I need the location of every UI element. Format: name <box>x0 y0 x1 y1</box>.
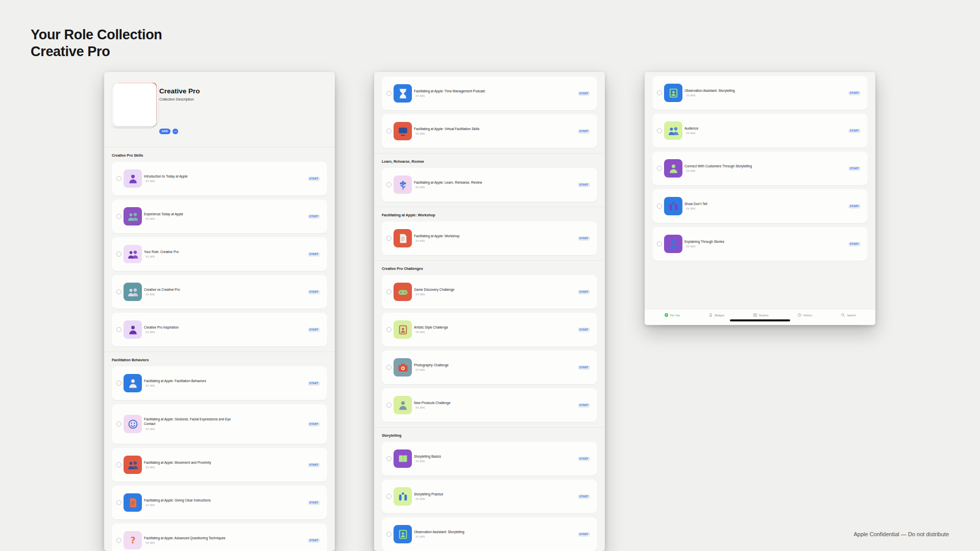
start-button[interactable]: START <box>848 242 861 246</box>
lesson-row[interactable]: Facilitating at Apple: Time Management P… <box>382 77 597 110</box>
radio-select[interactable] <box>386 236 391 241</box>
start-button[interactable]: START <box>578 328 590 332</box>
lesson-thumbnail-people-icon <box>124 283 142 301</box>
lesson-row[interactable]: Experience Today at AppleXX MINSTART <box>112 199 327 233</box>
radio-select[interactable] <box>116 214 121 219</box>
radio-select[interactable] <box>116 327 121 332</box>
radio-select[interactable] <box>386 129 391 134</box>
start-button[interactable]: START <box>848 204 861 209</box>
start-button[interactable]: START <box>578 457 590 461</box>
start-button[interactable]: START <box>848 166 861 171</box>
start-button[interactable]: START <box>578 183 590 187</box>
lesson-row[interactable]: Show Don’t TellXX MINSTART <box>652 189 868 223</box>
radio-select[interactable] <box>386 327 391 332</box>
tab-search[interactable]: Search <box>841 313 855 317</box>
lesson-title: Facilitating at Apple: Learn, Rehearse, … <box>414 181 482 185</box>
lesson-row[interactable]: Facilitating at Apple: WorkshopXX MINSTA… <box>382 221 597 255</box>
radio-select[interactable] <box>386 403 391 408</box>
radio-select[interactable] <box>657 166 662 171</box>
lesson-row[interactable]: Facilitating at Apple: Gestures, Facial … <box>112 404 327 444</box>
lesson-row[interactable]: Connect With Customers Through Storytell… <box>652 152 868 185</box>
tab-history[interactable]: History <box>797 313 812 317</box>
start-button[interactable]: START <box>578 365 590 370</box>
search-icon <box>841 313 845 317</box>
lesson-duration: XX MIN <box>415 186 482 189</box>
lesson-row[interactable]: Facilitating at Apple: Facilitation Beha… <box>112 366 327 400</box>
tab-for-you[interactable]: For You <box>664 313 680 317</box>
start-button[interactable]: START <box>308 500 320 505</box>
radio-select[interactable] <box>386 91 391 96</box>
lesson-row[interactable]: Observation Assistant: StorytellingXX MI… <box>652 76 868 110</box>
radio-select[interactable] <box>386 289 391 294</box>
radio-select[interactable] <box>116 500 121 505</box>
radio-select[interactable] <box>386 182 391 187</box>
lesson-row[interactable]: Introduction to Today at AppleXX MINSTAR… <box>112 162 327 195</box>
lesson-row[interactable]: Explaining Through StoriesXX MINSTART <box>652 227 868 261</box>
lesson-duration: XX MIN <box>145 293 180 296</box>
start-button[interactable]: START <box>578 91 590 96</box>
ellipsis-icon <box>174 130 177 133</box>
home-indicator[interactable] <box>730 319 790 321</box>
lesson-thumbnail-people-icon <box>664 121 682 140</box>
radio-select[interactable] <box>116 252 121 257</box>
tab-badges[interactable]: Badges <box>708 313 724 317</box>
lesson-row[interactable]: Your Role: Creative ProXX MINSTART <box>112 237 327 271</box>
start-button[interactable]: START <box>308 422 320 427</box>
lesson-row[interactable]: ?Facilitating at Apple: Advanced Questio… <box>112 523 327 551</box>
radio-select[interactable] <box>116 289 121 294</box>
radio-select[interactable] <box>116 462 121 467</box>
start-button[interactable]: START <box>308 214 320 219</box>
lesson-row[interactable]: New Products ChallengeXX MINSTART <box>382 388 597 422</box>
tab-explore[interactable]: Explore <box>753 313 769 317</box>
radio-select[interactable] <box>657 90 662 95</box>
start-button[interactable]: START <box>578 532 590 537</box>
start-button[interactable]: START <box>308 328 320 332</box>
start-button[interactable]: START <box>578 494 590 499</box>
lesson-row[interactable]: Facilitating at Apple: Learn, Rehearse, … <box>382 168 597 202</box>
lesson-row[interactable]: Facilitating at Apple: Movement and Prox… <box>112 448 327 482</box>
lesson-row[interactable]: Photography ChallengeXX MINSTART <box>382 350 597 384</box>
lesson-row[interactable]: Creative vs Creative ProXX MINSTART <box>112 275 327 309</box>
start-button[interactable]: START <box>308 290 320 294</box>
radio-select[interactable] <box>386 456 391 461</box>
lesson-row[interactable]: Artistic Style ChallengeXX MINSTART <box>382 313 597 346</box>
radio-select[interactable] <box>386 494 391 499</box>
start-button[interactable]: START <box>308 538 320 543</box>
start-button[interactable]: START <box>308 177 320 181</box>
start-button[interactable]: START <box>308 463 320 467</box>
lesson-thumbnail-hands-icon <box>664 197 682 215</box>
start-button[interactable]: START <box>308 252 320 257</box>
radio-select[interactable] <box>386 532 391 537</box>
lesson-row[interactable]: Observation Assistant: StorytellingXX MI… <box>382 517 597 551</box>
lesson-row[interactable]: AudienceXX MINSTART <box>652 114 868 147</box>
collection-cover-image <box>114 82 158 125</box>
radio-select[interactable] <box>116 538 121 543</box>
lesson-row[interactable]: Game Discovery ChallengeXX MINSTART <box>382 275 597 309</box>
section-header: Facilitating at Apple: Workshop <box>374 207 605 221</box>
start-button[interactable]: START <box>848 91 861 95</box>
radio-select[interactable] <box>386 365 391 370</box>
add-button[interactable]: ADD <box>159 129 170 134</box>
lesson-duration: XX MIN <box>145 255 179 258</box>
radio-select[interactable] <box>116 421 121 427</box>
page-title-line2: Creative Pro <box>31 43 162 60</box>
start-button[interactable]: START <box>578 236 590 241</box>
start-button[interactable]: START <box>578 290 590 294</box>
radio-select[interactable] <box>657 128 662 133</box>
start-button[interactable]: START <box>848 129 861 133</box>
lesson-thumbnail-book-icon <box>394 449 412 468</box>
lesson-row[interactable]: Creative Pro InspirationXX MINSTART <box>112 313 327 346</box>
lesson-row[interactable]: Facilitating at Apple: Virtual Facilitat… <box>382 114 597 148</box>
radio-select[interactable] <box>116 381 121 386</box>
lesson-row[interactable]: Storytelling PracticeXX MINSTART <box>382 480 597 513</box>
radio-select[interactable] <box>657 204 662 209</box>
start-button[interactable]: START <box>308 381 320 386</box>
start-button[interactable]: START <box>578 129 590 134</box>
start-button[interactable]: START <box>578 403 590 408</box>
radio-select[interactable] <box>657 241 662 246</box>
lesson-row[interactable]: Facilitating at Apple: Giving Clear Inst… <box>112 486 327 519</box>
radio-select[interactable] <box>116 176 121 181</box>
lesson-row[interactable]: Storytelling BasicsXX MINSTART <box>382 442 597 475</box>
more-button[interactable] <box>173 129 178 134</box>
lesson-meta: Game Discovery ChallengeXX MIN <box>414 288 454 296</box>
